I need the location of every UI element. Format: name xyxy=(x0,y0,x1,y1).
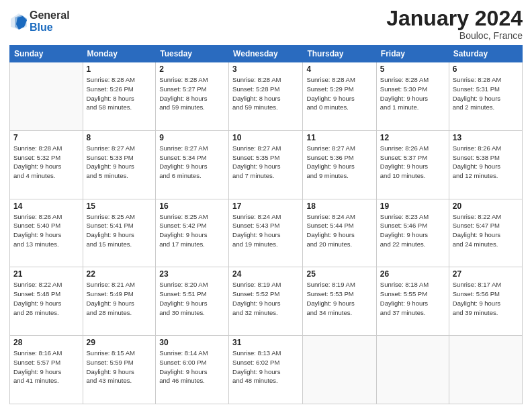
day-info: Sunrise: 8:27 AM Sunset: 5:33 PM Dayligh… xyxy=(87,144,152,181)
calendar-cell: 30Sunrise: 8:14 AM Sunset: 6:00 PM Dayli… xyxy=(156,336,229,404)
logo-general-text: General xyxy=(30,9,70,21)
day-info: Sunrise: 8:27 AM Sunset: 5:35 PM Dayligh… xyxy=(232,144,299,181)
day-info: Sunrise: 8:22 AM Sunset: 5:47 PM Dayligh… xyxy=(453,212,519,249)
day-info: Sunrise: 8:25 AM Sunset: 5:41 PM Dayligh… xyxy=(87,212,152,249)
calendar-cell: 16Sunrise: 8:25 AM Sunset: 5:42 PM Dayli… xyxy=(156,199,229,267)
col-tuesday: Tuesday xyxy=(156,46,229,62)
calendar-cell: 29Sunrise: 8:15 AM Sunset: 5:59 PM Dayli… xyxy=(83,336,156,404)
calendar-cell: 10Sunrise: 8:27 AM Sunset: 5:35 PM Dayli… xyxy=(229,130,303,199)
logo-icon xyxy=(9,12,28,31)
calendar-cell: 8Sunrise: 8:27 AM Sunset: 5:33 PM Daylig… xyxy=(83,130,156,199)
day-number: 29 xyxy=(87,338,152,347)
day-number: 12 xyxy=(380,133,445,142)
day-info: Sunrise: 8:17 AM Sunset: 5:56 PM Dayligh… xyxy=(453,280,519,317)
calendar-cell xyxy=(10,62,83,131)
day-info: Sunrise: 8:22 AM Sunset: 5:48 PM Dayligh… xyxy=(13,280,79,317)
calendar-cell: 26Sunrise: 8:18 AM Sunset: 5:55 PM Dayli… xyxy=(376,267,449,336)
day-number: 25 xyxy=(306,269,372,279)
calendar-cell xyxy=(376,336,449,404)
day-number: 18 xyxy=(306,201,372,211)
calendar-cell: 18Sunrise: 8:24 AM Sunset: 5:44 PM Dayli… xyxy=(303,199,376,267)
calendar-cell: 9Sunrise: 8:27 AM Sunset: 5:34 PM Daylig… xyxy=(156,130,229,199)
calendar-cell: 27Sunrise: 8:17 AM Sunset: 5:56 PM Dayli… xyxy=(449,267,522,336)
day-info: Sunrise: 8:26 AM Sunset: 5:37 PM Dayligh… xyxy=(380,144,445,181)
day-number: 3 xyxy=(232,64,299,74)
logo-blue-text: Blue xyxy=(30,21,70,34)
calendar-cell: 19Sunrise: 8:23 AM Sunset: 5:46 PM Dayli… xyxy=(376,199,449,267)
day-info: Sunrise: 8:28 AM Sunset: 5:32 PM Dayligh… xyxy=(13,144,79,181)
calendar-cell xyxy=(303,336,376,404)
day-number: 11 xyxy=(306,133,372,142)
day-number: 5 xyxy=(380,64,445,74)
day-info: Sunrise: 8:18 AM Sunset: 5:55 PM Dayligh… xyxy=(380,280,445,317)
day-number: 7 xyxy=(13,133,79,142)
calendar-cell: 4Sunrise: 8:28 AM Sunset: 5:29 PM Daylig… xyxy=(303,62,376,131)
day-number: 31 xyxy=(232,338,299,347)
calendar-cell: 7Sunrise: 8:28 AM Sunset: 5:32 PM Daylig… xyxy=(10,130,83,199)
col-monday: Monday xyxy=(83,46,156,62)
day-number: 26 xyxy=(380,269,445,279)
calendar-cell: 5Sunrise: 8:28 AM Sunset: 5:30 PM Daylig… xyxy=(376,62,449,131)
day-info: Sunrise: 8:28 AM Sunset: 5:31 PM Dayligh… xyxy=(453,75,519,112)
calendar-week-row: 21Sunrise: 8:22 AM Sunset: 5:48 PM Dayli… xyxy=(10,267,523,336)
day-number: 23 xyxy=(159,269,225,279)
day-info: Sunrise: 8:23 AM Sunset: 5:46 PM Dayligh… xyxy=(380,212,445,249)
calendar-week-row: 1Sunrise: 8:28 AM Sunset: 5:26 PM Daylig… xyxy=(10,62,523,131)
day-number: 13 xyxy=(453,133,519,142)
day-info: Sunrise: 8:28 AM Sunset: 5:27 PM Dayligh… xyxy=(159,75,225,112)
day-number: 2 xyxy=(159,64,225,74)
day-info: Sunrise: 8:26 AM Sunset: 5:40 PM Dayligh… xyxy=(13,212,79,249)
day-number: 8 xyxy=(87,133,152,142)
day-info: Sunrise: 8:25 AM Sunset: 5:42 PM Dayligh… xyxy=(159,212,225,249)
col-wednesday: Wednesday xyxy=(229,46,303,62)
header: General Blue January 2024 Bouloc, France xyxy=(9,7,523,41)
col-sunday: Sunday xyxy=(10,46,83,62)
day-info: Sunrise: 8:28 AM Sunset: 5:26 PM Dayligh… xyxy=(87,75,152,112)
day-info: Sunrise: 8:28 AM Sunset: 5:28 PM Dayligh… xyxy=(232,75,299,112)
month-title: January 2024 xyxy=(386,7,523,30)
col-thursday: Thursday xyxy=(303,46,376,62)
day-number: 27 xyxy=(453,269,519,279)
calendar-cell: 31Sunrise: 8:13 AM Sunset: 6:02 PM Dayli… xyxy=(229,336,303,404)
col-friday: Friday xyxy=(376,46,449,62)
calendar-cell xyxy=(449,336,522,404)
day-info: Sunrise: 8:24 AM Sunset: 5:44 PM Dayligh… xyxy=(306,212,372,249)
calendar-cell: 14Sunrise: 8:26 AM Sunset: 5:40 PM Dayli… xyxy=(10,199,83,267)
calendar-cell: 22Sunrise: 8:21 AM Sunset: 5:49 PM Dayli… xyxy=(83,267,156,336)
day-info: Sunrise: 8:19 AM Sunset: 5:53 PM Dayligh… xyxy=(306,280,372,317)
day-number: 21 xyxy=(13,269,79,279)
day-info: Sunrise: 8:27 AM Sunset: 5:34 PM Dayligh… xyxy=(159,144,225,181)
day-number: 10 xyxy=(232,133,299,142)
day-number: 16 xyxy=(159,201,225,211)
day-info: Sunrise: 8:15 AM Sunset: 5:59 PM Dayligh… xyxy=(87,349,152,385)
calendar-cell: 21Sunrise: 8:22 AM Sunset: 5:48 PM Dayli… xyxy=(10,267,83,336)
day-number: 20 xyxy=(453,201,519,211)
day-number: 17 xyxy=(232,201,299,211)
calendar-cell: 17Sunrise: 8:24 AM Sunset: 5:43 PM Dayli… xyxy=(229,199,303,267)
day-number: 19 xyxy=(380,201,445,211)
calendar-cell: 15Sunrise: 8:25 AM Sunset: 5:41 PM Dayli… xyxy=(83,199,156,267)
calendar-table: Sunday Monday Tuesday Wednesday Thursday… xyxy=(9,45,523,404)
day-number: 14 xyxy=(13,201,79,211)
day-info: Sunrise: 8:16 AM Sunset: 5:57 PM Dayligh… xyxy=(13,349,79,385)
day-number: 24 xyxy=(232,269,299,279)
calendar-cell: 13Sunrise: 8:26 AM Sunset: 5:38 PM Dayli… xyxy=(449,130,522,199)
calendar-cell: 12Sunrise: 8:26 AM Sunset: 5:37 PM Dayli… xyxy=(376,130,449,199)
calendar-cell: 6Sunrise: 8:28 AM Sunset: 5:31 PM Daylig… xyxy=(449,62,522,131)
calendar-cell: 11Sunrise: 8:27 AM Sunset: 5:36 PM Dayli… xyxy=(303,130,376,199)
day-info: Sunrise: 8:28 AM Sunset: 5:29 PM Dayligh… xyxy=(306,75,372,112)
logo: General Blue xyxy=(9,9,70,33)
day-number: 28 xyxy=(13,338,79,347)
calendar-cell: 24Sunrise: 8:19 AM Sunset: 5:52 PM Dayli… xyxy=(229,267,303,336)
calendar-cell: 25Sunrise: 8:19 AM Sunset: 5:53 PM Dayli… xyxy=(303,267,376,336)
logo-text: General Blue xyxy=(30,9,70,33)
day-info: Sunrise: 8:27 AM Sunset: 5:36 PM Dayligh… xyxy=(306,144,372,181)
day-info: Sunrise: 8:19 AM Sunset: 5:52 PM Dayligh… xyxy=(232,280,299,317)
day-info: Sunrise: 8:28 AM Sunset: 5:30 PM Dayligh… xyxy=(380,75,445,112)
day-info: Sunrise: 8:21 AM Sunset: 5:49 PM Dayligh… xyxy=(87,280,152,317)
day-number: 15 xyxy=(87,201,152,211)
day-number: 9 xyxy=(159,133,225,142)
day-info: Sunrise: 8:24 AM Sunset: 5:43 PM Dayligh… xyxy=(232,212,299,249)
location: Bouloc, France xyxy=(386,30,523,41)
calendar-week-row: 14Sunrise: 8:26 AM Sunset: 5:40 PM Dayli… xyxy=(10,199,523,267)
